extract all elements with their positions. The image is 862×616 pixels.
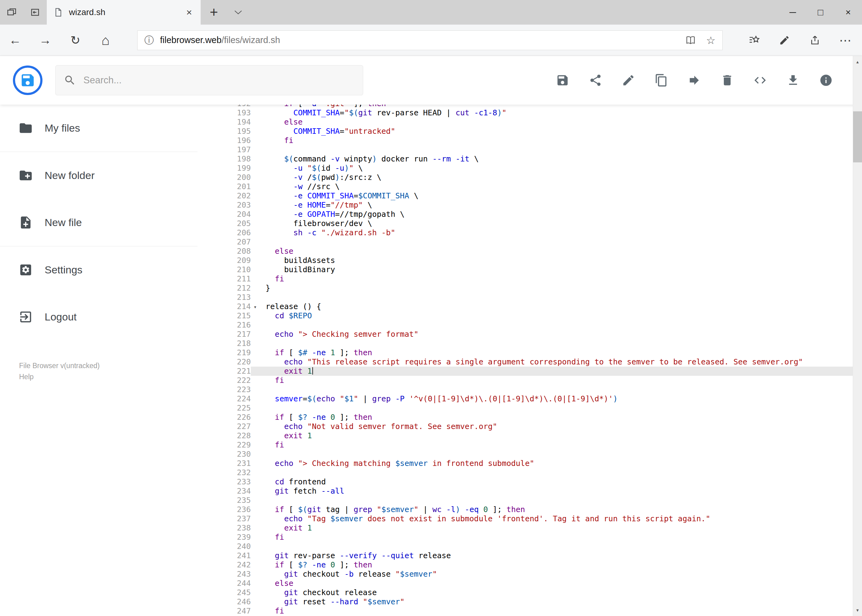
copy-button[interactable] (645, 65, 678, 95)
scrollbar-thumb[interactable] (853, 112, 862, 162)
tabs-set-aside-icon[interactable] (0, 0, 24, 25)
code-line[interactable]: 227 echo "Not valid semver format. See s… (203, 422, 853, 431)
code-line[interactable]: 202 -e COMMIT_SHA=$COMMIT_SHA \ (203, 191, 853, 201)
sidebar-item-my-files[interactable]: My files (0, 105, 203, 152)
scroll-down-icon[interactable]: ▼ (853, 604, 862, 616)
code-editor[interactable]: 192 if [ -d ".git" ]; then193 COMMIT_SHA… (203, 105, 853, 616)
tab-preview-chevron-icon[interactable] (227, 0, 249, 25)
code-line[interactable]: 235 (203, 496, 853, 505)
sidebar-item-logout[interactable]: Logout (0, 293, 203, 341)
code-line[interactable]: 239 fi (203, 533, 853, 542)
code-line[interactable]: 226 if [ $? -ne 0 ]; then (203, 413, 853, 422)
favorite-star-icon[interactable]: ☆ (706, 34, 715, 46)
code-line[interactable]: 194 else (203, 118, 853, 127)
code-line[interactable]: 243 git checkout -b release "$semver" (203, 570, 853, 579)
sidebar-item-new-folder[interactable]: New folder (0, 152, 203, 199)
code-line[interactable]: 232 (203, 468, 853, 477)
code-line[interactable]: 204 -e GOPATH=//tmp/gopath \ (203, 210, 853, 219)
reading-view-icon[interactable] (686, 36, 696, 45)
code-line[interactable]: 212} (203, 284, 853, 293)
more-options-icon[interactable]: ⋯ (830, 33, 860, 47)
home-icon[interactable]: ⌂ (90, 33, 121, 48)
code-line[interactable]: 220 echo "This release script requires a… (203, 357, 853, 366)
code-line[interactable]: 244 else (203, 579, 853, 588)
code-line[interactable]: 208 else (203, 247, 853, 256)
move-button[interactable] (678, 65, 711, 95)
share-button[interactable] (579, 65, 612, 95)
code-line[interactable]: 193 COMMIT_SHA="$(git rev-parse HEAD | c… (203, 108, 853, 118)
code-line[interactable]: 228 exit 1 (203, 431, 853, 440)
forward-icon[interactable]: → (30, 33, 60, 47)
code-line[interactable]: 192 if [ -d ".git" ]; then (203, 105, 853, 108)
code-line[interactable]: 203 -e HOME="//tmp" \ (203, 201, 853, 210)
code-line[interactable]: 224 semver=$(echo "$1" | grep -P '^v(0|[… (203, 394, 853, 404)
code-line[interactable]: 236 if [ $(git tag | grep "$semver" | wc… (203, 505, 853, 514)
search-input[interactable] (83, 74, 355, 86)
code-line[interactable]: 197 (203, 145, 853, 154)
code-line[interactable]: 230 (203, 449, 853, 459)
code-line[interactable]: 218 (203, 339, 853, 348)
url-bar[interactable]: ⓘ filebrowser.web/files/wizard.sh ☆ (137, 30, 723, 50)
site-info-icon[interactable]: ⓘ (144, 34, 154, 47)
hub-favorites-icon[interactable] (739, 33, 769, 47)
back-icon[interactable]: ← (0, 33, 30, 47)
code-line[interactable]: 207 (203, 237, 853, 247)
code-line[interactable]: 247 fi (203, 607, 853, 616)
code-line[interactable]: 214▾release () { (203, 302, 853, 311)
code-line[interactable]: 205 filebrowser/dev \ (203, 219, 853, 228)
maximize-button[interactable]: □ (807, 0, 834, 25)
code-line[interactable]: 221 exit 1 (203, 366, 853, 376)
scroll-up-icon[interactable]: ▲ (853, 56, 862, 68)
sidebar-item-new-file[interactable]: New file (0, 199, 203, 246)
code-line[interactable]: 200 -v /$(pwd):/src:z \ (203, 173, 853, 182)
code-line[interactable]: 217 echo "> Checking semver format" (203, 330, 853, 339)
code-line[interactable]: 245 git checkout release (203, 588, 853, 597)
code-line[interactable]: 231 echo "> Checking matching $semver in… (203, 459, 853, 468)
delete-button[interactable] (711, 65, 744, 95)
code-line[interactable]: 211 fi (203, 274, 853, 284)
help-link[interactable]: Help (19, 371, 203, 382)
fold-marker-icon[interactable]: ▾ (254, 302, 257, 311)
code-line[interactable]: 216 (203, 321, 853, 330)
code-line[interactable]: 237 echo "Tag $semver does not exist in … (203, 514, 853, 523)
download-button[interactable] (777, 65, 809, 95)
filebrowser-logo-icon[interactable] (13, 66, 43, 95)
refresh-icon[interactable]: ↻ (60, 33, 90, 47)
code-line[interactable]: 240 (203, 542, 853, 551)
save-button[interactable] (546, 65, 579, 95)
browser-tab[interactable]: wizard.sh × (47, 0, 201, 25)
code-line[interactable]: 198 $(command -v winpty) docker run --rm… (203, 154, 853, 163)
restore-tabs-icon[interactable] (24, 0, 47, 25)
code-line[interactable]: 223 (203, 385, 853, 394)
code-line[interactable]: 233 cd frontend (203, 477, 853, 487)
page-scrollbar[interactable]: ▲ ▼ (853, 56, 862, 616)
code-line[interactable]: 209 buildAssets (203, 256, 853, 265)
close-button[interactable]: × (834, 0, 862, 25)
code-line[interactable]: 206 sh -c "./wizard.sh -b" (203, 228, 853, 237)
sidebar-item-settings[interactable]: Settings (0, 246, 203, 293)
new-tab-button[interactable]: + (201, 0, 227, 25)
code-line[interactable]: 246 git reset --hard "$semver" (203, 597, 853, 607)
code-line[interactable]: 201 -w //src \ (203, 182, 853, 191)
code-line[interactable]: 222 fi (203, 376, 853, 385)
code-line[interactable]: 242 if [ $? -ne 0 ]; then (203, 560, 853, 570)
search-bar[interactable] (55, 65, 363, 95)
minimize-button[interactable]: ─ (779, 0, 807, 25)
info-button[interactable] (809, 65, 842, 95)
code-line[interactable]: 241 git rev-parse --verify --quiet relea… (203, 551, 853, 560)
code-line[interactable]: 238 exit 1 (203, 523, 853, 533)
web-note-pen-icon[interactable] (769, 33, 799, 47)
code-line[interactable]: 234 git fetch --all (203, 487, 853, 496)
code-line[interactable]: 213 (203, 293, 853, 302)
code-line[interactable]: 196 fi (203, 136, 853, 145)
raw-code-button[interactable] (744, 65, 777, 95)
share-page-icon[interactable] (799, 33, 830, 47)
rename-button[interactable] (612, 65, 645, 95)
code-line[interactable]: 195 COMMIT_SHA="untracked" (203, 127, 853, 136)
tab-close-icon[interactable]: × (184, 7, 194, 18)
code-line[interactable]: 199 -u "$(id -u)" \ (203, 163, 853, 173)
code-line[interactable]: 225 (203, 404, 853, 413)
code-line[interactable]: 215 cd $REPO (203, 311, 853, 321)
code-line[interactable]: 219 if [ $# -ne 1 ]; then (203, 348, 853, 357)
code-line[interactable]: 210 buildBinary (203, 265, 853, 274)
